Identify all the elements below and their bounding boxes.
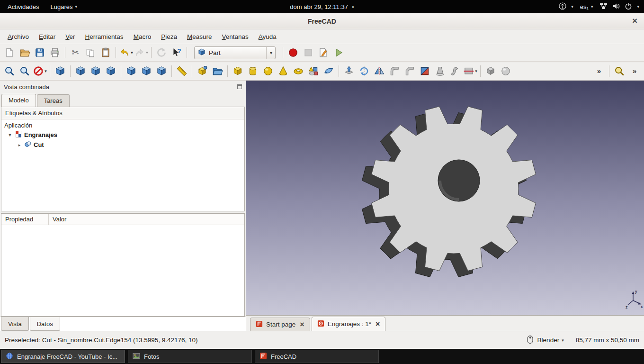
tab-datos[interactable]: Datos xyxy=(30,317,60,331)
ruled-surface-button[interactable] xyxy=(417,64,432,78)
tree-item-document[interactable]: ▼ Engranajes xyxy=(3,130,242,140)
clock-menu[interactable]: dom abr 29, 12:11:37 ● xyxy=(290,3,354,10)
menu-pieza[interactable]: Pieza xyxy=(156,31,182,43)
refresh-button[interactable] xyxy=(154,46,169,60)
new-file-button[interactable] xyxy=(2,46,17,60)
offset-icon xyxy=(485,65,496,77)
tab-modelo[interactable]: Modelo xyxy=(1,94,36,107)
revolve-button[interactable] xyxy=(357,64,372,78)
power-icon[interactable] xyxy=(625,2,632,11)
activities-button[interactable]: Actividades xyxy=(3,2,44,12)
3d-viewport[interactable]: yxz xyxy=(246,81,644,315)
macro-stop-button[interactable] xyxy=(301,46,316,60)
menu-ayuda[interactable]: Ayuda xyxy=(254,31,281,43)
taskbar-button-youtube[interactable]: Engranaje FreeCAD - YouTube - Ic... xyxy=(1,350,125,363)
workbench-selector[interactable]: Part▾ xyxy=(194,46,276,59)
primitive-cone-button[interactable] xyxy=(276,64,291,78)
screen: Actividades Lugares ▾ dom abr 29, 12:11:… xyxy=(0,0,644,364)
sweep-button[interactable] xyxy=(447,64,463,78)
tab-engranajes[interactable]: Engranajes : 1* × xyxy=(312,317,386,331)
view-bottom-button[interactable] xyxy=(139,64,154,78)
macro-record-button[interactable] xyxy=(286,46,301,60)
offset-button[interactable] xyxy=(483,64,498,78)
taskbar-button-fotos[interactable]: Fotos xyxy=(128,350,252,363)
create-part-button[interactable] xyxy=(195,64,210,78)
defeaturing-button[interactable] xyxy=(498,64,513,78)
loft-button[interactable] xyxy=(432,64,447,78)
macro-edit-button[interactable] xyxy=(316,46,331,60)
macro-execute-button[interactable] xyxy=(331,46,346,60)
tree-item-cut[interactable]: ▸ Cut xyxy=(3,140,242,150)
places-menu[interactable]: Lugares ▾ xyxy=(45,2,82,12)
status-message: Preselected: Cut - Sin_nombre.Cut.Edge15… xyxy=(5,337,198,344)
save-file-button[interactable] xyxy=(32,46,47,60)
application-label: Aplicación xyxy=(4,122,32,129)
toolbar-separator xyxy=(187,47,187,58)
view-top-button[interactable] xyxy=(88,64,103,78)
menu-measure[interactable]: Measure xyxy=(182,31,217,43)
view-left-button[interactable] xyxy=(154,64,169,78)
volume-icon[interactable] xyxy=(612,2,620,11)
window-close-button[interactable]: × xyxy=(632,15,637,27)
paste-button[interactable] xyxy=(98,46,113,60)
nav-style-selector[interactable]: Blender ▾ xyxy=(537,337,564,344)
fit-all-button[interactable] xyxy=(2,64,17,78)
view-rear-button[interactable] xyxy=(124,64,139,78)
section-button[interactable]: ▾ xyxy=(463,64,478,78)
primitive-cylinder-button[interactable] xyxy=(245,64,260,78)
fillet-button[interactable] xyxy=(387,64,402,78)
menu-archivo[interactable]: Archivo xyxy=(3,31,34,43)
tab-start-page[interactable]: Start page × xyxy=(250,318,310,331)
tree-root-application[interactable]: Aplicación xyxy=(3,121,242,130)
gear-model[interactable] xyxy=(362,107,536,277)
view-right-button[interactable] xyxy=(103,64,118,78)
whats-this-button[interactable]: ? xyxy=(169,46,184,60)
close-tab-icon[interactable]: × xyxy=(376,320,380,328)
redo-button[interactable]: ▾ xyxy=(134,46,149,60)
view-isometric-button[interactable] xyxy=(53,64,68,78)
toolbar-overflow-button[interactable]: » xyxy=(591,64,607,78)
tab-tareas[interactable]: Tareas xyxy=(37,94,70,107)
undo-button[interactable]: ▾ xyxy=(118,46,134,60)
copy-button[interactable] xyxy=(83,46,98,60)
fit-selection-button[interactable] xyxy=(17,64,32,78)
property-list[interactable] xyxy=(1,225,244,316)
draw-style-button[interactable]: ▾ xyxy=(32,64,47,78)
chevron-down-icon: ▾ xyxy=(266,47,272,59)
float-panel-icon[interactable] xyxy=(237,84,242,89)
expander-open-icon[interactable]: ▼ xyxy=(7,133,13,137)
window-titlebar[interactable]: FreeCAD × xyxy=(0,13,644,29)
refresh-icon xyxy=(156,47,167,58)
expander-closed-icon[interactable]: ▸ xyxy=(17,143,22,147)
menu-macro[interactable]: Macro xyxy=(129,31,156,43)
primitive-box-button[interactable] xyxy=(230,64,245,78)
network-icon[interactable] xyxy=(599,2,608,11)
cut-button[interactable]: ✂ xyxy=(68,46,83,60)
close-tab-icon[interactable]: × xyxy=(300,320,304,329)
view-front-button[interactable] xyxy=(73,64,88,78)
menu-herramientas[interactable]: Herramientas xyxy=(80,31,128,43)
accessibility-icon[interactable] xyxy=(559,2,566,11)
menu-ver[interactable]: Ver xyxy=(61,31,80,43)
create-primitives-button[interactable] xyxy=(306,64,321,78)
tab-vista[interactable]: Vista xyxy=(1,317,29,331)
chamfer-button[interactable] xyxy=(402,64,417,78)
section-icon xyxy=(463,65,474,77)
menu-editar[interactable]: Editar xyxy=(34,31,60,43)
measure-distance-button[interactable] xyxy=(174,64,189,78)
view-front-icon xyxy=(75,65,86,77)
menu-ventanas[interactable]: Ventanas xyxy=(217,31,253,43)
open-file-button[interactable] xyxy=(17,46,32,60)
toolbar-overflow-2-button[interactable]: » xyxy=(627,64,642,78)
sketcher-tool-button[interactable] xyxy=(612,64,627,78)
create-group-button[interactable] xyxy=(210,64,225,78)
primitive-sphere-button[interactable] xyxy=(260,64,276,78)
shape-builder-button[interactable] xyxy=(321,64,336,78)
mirror-button[interactable] xyxy=(372,64,387,78)
primitive-torus-button[interactable] xyxy=(291,64,306,78)
print-button[interactable] xyxy=(47,46,63,60)
extrude-button[interactable] xyxy=(341,64,357,78)
taskbar-button-freecad[interactable]: FreeCAD xyxy=(255,350,379,363)
chevron-down-icon: ▾ xyxy=(475,69,477,73)
keyboard-layout-menu[interactable]: es₁ ▾ xyxy=(578,2,595,12)
